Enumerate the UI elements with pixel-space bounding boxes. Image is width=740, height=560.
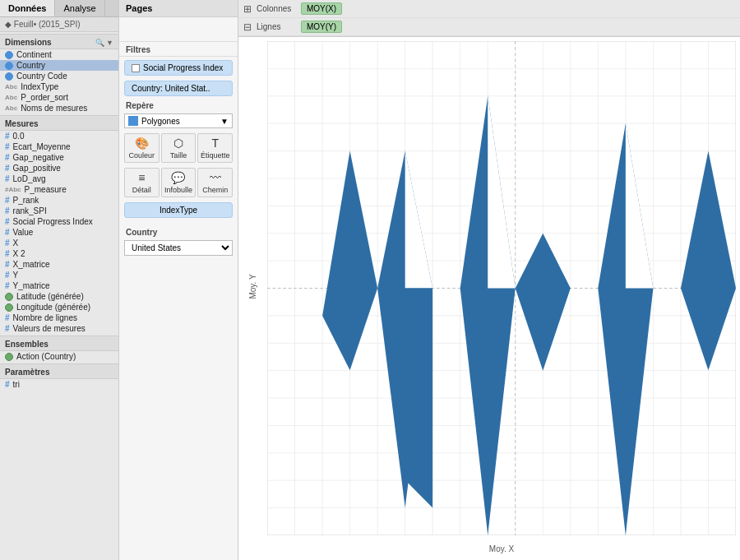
mes-rank-spi[interactable]: # rank_SPI [0,206,118,216]
filter-country[interactable]: Country: United Stat.. [124,81,233,96]
columns-label: Colonnes [257,4,296,13]
mark-detail[interactable]: ≡ Détail [124,168,160,197]
abc-icon: Abc [5,83,17,90]
dimensions-header: Dimensions 🔍 ▼ [0,34,118,49]
mes-p-rank[interactable]: # P_rank [0,195,118,206]
mes-lod-avg[interactable]: # LoD_avg [0,174,118,184]
x-axis-label: Moy. X [267,544,736,553]
mark-chemin[interactable]: 〰 Chemin [197,168,233,197]
globe-icon [5,72,13,81]
hash-icon: # [5,143,10,151]
repere-label: Repère [119,98,238,112]
etiquette-icon: T [211,137,219,150]
hash-icon: # [5,261,10,269]
chart-area: ⊞ Colonnes MOY(X) ⊟ Lignes MOY(Y) Moy. Y [238,0,740,560]
dim-noms-mesures[interactable]: Abc Noms de mesures [0,103,118,113]
latlong-icon [5,303,13,312]
dim-country[interactable]: Country [0,60,118,71]
hash-icon: # [5,154,10,162]
abc-icon: Abc [5,94,17,101]
pages-header: Pages [119,0,238,17]
hash-icon: # [5,381,10,389]
detail-pill[interactable]: IndexType [124,202,233,218]
ens-action-country[interactable]: Action (Country) [0,351,118,362]
latlong-icon [5,293,13,301]
dim-continent[interactable]: Continent [0,49,118,60]
chart-inner: 80 70 60 50 40 30 20 10 0 -10 -20 -30 -4… [267,41,736,535]
mes-0[interactable]: # 0.0 [0,131,118,141]
tab-bar: Données Analyse [0,0,118,17]
tab-donnees[interactable]: Données [0,0,55,16]
dim-p-order-sort[interactable]: Abc P_order_sort [0,92,118,103]
taille-icon: ⬡ [173,137,183,150]
chart-svg: 80 70 60 50 40 30 20 10 0 -10 -20 -30 -4… [267,41,736,535]
mes-x-matrice[interactable]: # X_matrice [0,259,118,270]
rows-pill[interactable]: MOY(Y) [301,21,342,33]
mark-couleur[interactable]: 🎨 Couleur [124,133,160,163]
hash-icon: # [5,282,10,290]
chemin-icon: 〰 [210,171,221,184]
checkbox-icon [132,64,140,72]
hash-icon: # [5,164,10,173]
infobulle-icon: 💬 [171,171,185,184]
mes-longitude[interactable]: Longitude (générée) [0,302,118,312]
hash-icon: # [5,229,10,237]
hash-icon: # [5,314,10,322]
hash-icon: # [5,197,10,205]
sheet-indicator: ◆ Feuill• (2015_SPI) [0,17,118,32]
columns-shelf: ⊞ Colonnes MOY(X) [238,0,740,18]
parametres-header: Paramètres [0,363,118,379]
dim-indextype[interactable]: Abc IndexType [0,81,118,92]
hash-abc-icon: #Abc [5,186,21,193]
abc-icon: Abc [5,104,17,112]
mes-nb-lignes[interactable]: # Nombre de lignes [0,312,118,323]
dim-country-code[interactable]: Country Code [0,71,118,81]
repere-select[interactable]: Polygones ▼ [124,113,233,128]
detail-icon: ≡ [138,171,145,184]
hash-icon: # [5,218,10,226]
mes-y[interactable]: # Y [0,270,118,280]
rows-shelf: ⊟ Lignes MOY(Y) [238,18,740,36]
ensembles-header: Ensembles [0,336,118,351]
param-tri[interactable]: # tri [0,379,118,390]
mes-latitude[interactable]: Latitude (générée) [0,291,118,302]
mes-y-matrice[interactable]: # Y_matrice [0,280,118,291]
country-select[interactable]: United States France Germany [124,240,233,256]
marks-grid-row1: 🎨 Couleur ⬡ Taille T Étiquette [124,133,233,163]
svg-marker-46 [405,289,432,508]
polygon-icon [128,116,138,126]
mark-taille[interactable]: ⬡ Taille [161,133,197,163]
mesures-header: Mesures [0,115,118,131]
mes-x[interactable]: # X [0,238,118,248]
mes-social-progress[interactable]: # Social Progress Index [0,216,118,227]
shelf-area: ⊞ Colonnes MOY(X) ⊟ Lignes MOY(Y) [238,0,740,37]
rows-icon: ⊟ [243,21,252,33]
columns-pill[interactable]: MOY(X) [301,2,342,15]
mark-etiquette[interactable]: T Étiquette [197,133,233,163]
mark-infobulle[interactable]: 💬 Infobulle [161,168,197,197]
mes-ecart[interactable]: # Ecart_Moyenne [0,141,118,152]
y-axis-label: Moy. Y [238,37,267,535]
mes-p-measure[interactable]: #Abc P_measure [0,184,118,195]
mes-x2[interactable]: # X 2 [0,248,118,259]
country-label: Country [119,224,238,238]
hash-icon: # [5,250,10,258]
rows-label: Lignes [257,22,296,31]
hash-icon: # [5,207,10,215]
mes-valeurs[interactable]: # Valeurs de mesures [0,323,118,334]
hash-icon: # [5,132,10,141]
latlong-icon [5,353,13,361]
filter-social-progress[interactable]: Social Progress Index [124,60,233,76]
mes-gap-pos[interactable]: # Gap_positive [0,163,118,174]
left-panel: Données Analyse ◆ Feuill• (2015_SPI) Dim… [0,0,119,560]
mes-gap-neg[interactable]: # Gap_negative [0,152,118,163]
mes-value[interactable]: # Value [0,227,118,238]
hash-icon: # [5,271,10,280]
hash-icon: # [5,325,10,333]
tab-analyse[interactable]: Analyse [55,0,104,16]
filtres-header: Filtres [119,42,238,57]
hash-icon: # [5,175,10,183]
chart-content: Moy. Y [238,37,740,560]
columns-icon: ⊞ [243,3,252,15]
marks-grid-row2: ≡ Détail 💬 Infobulle 〰 Chemin [124,168,233,197]
